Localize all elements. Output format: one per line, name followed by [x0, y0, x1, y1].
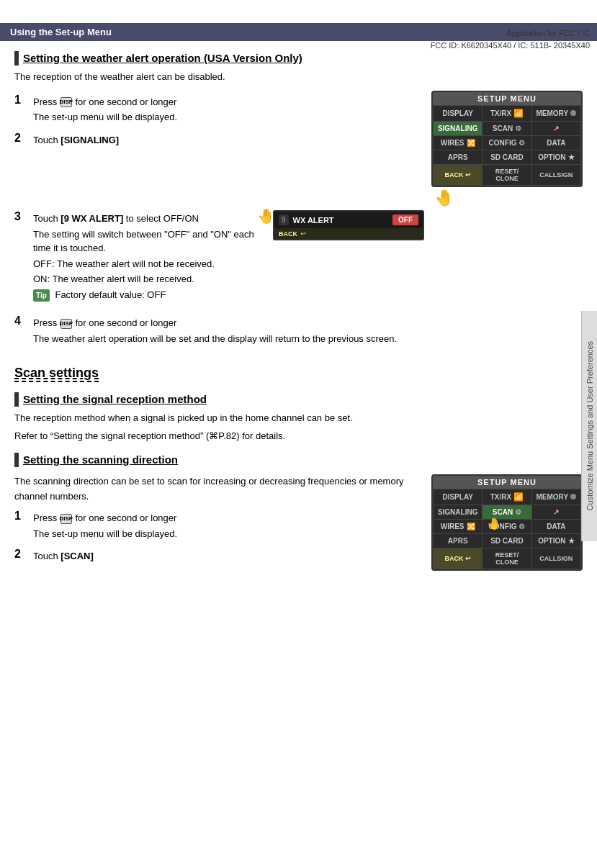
menu-aprs: APRS — [434, 150, 482, 164]
menu-empty-1: ↗ — [532, 122, 580, 135]
signal-text-2: Refer to “Setting the signal reception m… — [14, 429, 583, 444]
step-2: 2 Touch [SIGNALING] — [14, 132, 424, 149]
disp-icon-scan1: DISP — [60, 514, 72, 524]
step-3-text: 3 Touch [9 WX ALERT] to select OFF/ON Th… — [14, 204, 266, 309]
gear-icon-1: ⚙ — [515, 125, 521, 132]
menu-reset-clone-1: RESET/CLONE — [482, 165, 531, 185]
heading-bar — [14, 51, 19, 65]
weather-heading: Setting the weather alert operation (USA… — [14, 51, 583, 65]
gear-icon-scan: ⚙ — [515, 508, 521, 516]
menu-grid-2: DISPLAY TX/RX 📶 MEMORY SIGNALING SCAN ⚙ … — [433, 489, 581, 569]
wx-alert-image: 🤚 9 WX ALERT OFF BACK ↩ — [273, 204, 424, 240]
step-4: 4 Press DISP for one second or longer Th… — [14, 315, 424, 347]
disp-icon: DISP — [60, 97, 72, 107]
setup-menu-image-2: SETUP MENU DISPLAY TX/RX 📶 MEMORY SIGNAL… — [431, 474, 583, 571]
steps-1-2-container: 1 Press DISP for one second or longer Th… — [14, 88, 583, 353]
menu-memory: MEMORY — [532, 106, 580, 121]
menu-config: CONFIG ⚙ — [482, 136, 531, 150]
menu-back-2: BACK ↩ — [434, 548, 482, 569]
page-container: Application for FCC / IC FCC ID: K662034… — [0, 23, 597, 868]
step-3: 3 Touch [9 WX ALERT] to select OFF/ON Th… — [14, 210, 266, 303]
menu-wires-2: WIRES 🔀 — [434, 520, 482, 533]
menu-txrx: TX/RX 📶 — [482, 106, 531, 121]
menu-txrx-2: TX/RX 📶 — [482, 489, 531, 505]
menu-option-2: OPTION ★ — [532, 534, 580, 548]
wx-back-row: BACK ↩ — [274, 228, 423, 239]
wifi-icon-1: 📶 — [513, 109, 524, 118]
scan-intro: The scanning direction can be set to sca… — [14, 474, 424, 505]
scanning-direction-heading: Setting the scanning direction — [14, 453, 583, 467]
menu-callsign-2: CALLSIGN — [532, 548, 580, 569]
setup-menu-2: SETUP MENU DISPLAY TX/RX 📶 MEMORY SIGNAL… — [431, 474, 583, 571]
steps-text-side: 1 Press DISP for one second or longer Th… — [14, 88, 424, 353]
menu-data-2: DATA — [532, 520, 580, 533]
wifi-icon-2: 📶 — [513, 492, 524, 502]
menu-sdcard: SD CARD — [482, 150, 531, 164]
scan-settings-heading: Scan settings — [14, 366, 583, 382]
menu-grid-1: DISPLAY TX/RX 📶 MEMORY SIGNALING SCAN ⚙ … — [433, 105, 581, 186]
scan-step-1: 1 Press DISP for one second or longer Th… — [14, 510, 424, 542]
star-icon-2: ★ — [568, 537, 575, 545]
step-1: 1 Press DISP for one second or longer Th… — [14, 94, 424, 126]
arrow-icon-2: 🔀 — [467, 139, 475, 147]
wx-label: WX ALERT — [293, 216, 392, 225]
signal-text-1: The reception method when a signal is pi… — [14, 411, 583, 426]
setup-menu-1: SETUP MENU DISPLAY TX/RX 📶 MEMORY SIGNAL… — [431, 91, 583, 187]
arrow-icon-1: ↗ — [553, 125, 559, 132]
hand-icon-1: 🤚 — [434, 189, 454, 207]
dot-icon-2 — [570, 494, 576, 499]
scan-direction-container: The scanning direction can be set to sca… — [14, 471, 583, 571]
wx-back-arrow: ↩ — [300, 230, 306, 238]
menu-back-1: BACK ↩ — [434, 165, 482, 185]
hand-cursor-scan: 🤚 — [487, 517, 501, 530]
menu-option: OPTION ★ — [532, 150, 580, 164]
gear-icon-2: ⚙ — [519, 139, 525, 147]
weather-intro: The reception of the weather alert can b… — [14, 70, 583, 85]
menu-data: DATA — [532, 136, 580, 150]
arrow-icon-3: ↗ — [553, 508, 559, 516]
header-line2: FCC ID: K6620345X40 / IC: 511B- 20345X40 — [431, 40, 590, 52]
sidebar: Customize Menu Settings and User Prefere… — [581, 311, 597, 541]
header-line1: Application for FCC / IC — [431, 27, 590, 40]
menu-callsign-1: CALLSIGN — [532, 165, 580, 185]
star-icon-1: ★ — [568, 153, 575, 161]
gear-icon-3: ⚙ — [519, 523, 525, 530]
wx-alert-row: 9 WX ALERT OFF — [274, 212, 423, 228]
scan-step-2: 2 Touch [SCAN] — [14, 548, 424, 565]
setup-menu-title-1: SETUP MENU — [433, 92, 581, 105]
menu-display-2: DISPLAY — [434, 489, 482, 505]
setup-menu-title-2: SETUP MENU — [433, 476, 581, 489]
step-3-container: 3 Touch [9 WX ALERT] to select OFF/ON Th… — [14, 204, 424, 309]
wx-alert-bar: 9 WX ALERT OFF BACK ↩ — [273, 210, 424, 240]
disp-icon-4: DISP — [60, 319, 72, 329]
menu-signaling-2: SIGNALING — [434, 505, 482, 519]
menu-wires: WIRES 🔀 — [434, 136, 482, 150]
scan-direction-text: The scanning direction can be set to sca… — [14, 471, 424, 571]
menu-aprs-2: APRS — [434, 534, 482, 548]
setup-menu-image-1: SETUP MENU DISPLAY TX/RX 📶 MEMORY SIGNAL… — [431, 91, 583, 207]
menu-reset-clone-2: RESET/CLONE — [482, 548, 531, 569]
heading-bar-2 — [14, 392, 19, 407]
hand-wrap: 🤚 — [434, 189, 583, 207]
wx-off-badge: OFF — [392, 214, 418, 225]
arrow-icon-4: 🔀 — [467, 523, 475, 530]
menu-sdcard-2: SD CARD — [482, 534, 531, 548]
top-header: Application for FCC / IC FCC ID: K662034… — [431, 27, 590, 51]
menu-empty-2: ↗ — [532, 505, 580, 519]
signal-reception-heading: Setting the signal reception method — [14, 392, 583, 407]
menu-scan: SCAN ⚙ — [482, 122, 531, 135]
menu-signaling: SIGNALING — [434, 122, 482, 135]
menu-display: DISPLAY — [434, 106, 482, 121]
menu-memory-2: MEMORY — [532, 489, 580, 505]
menu-scan-2: SCAN ⚙ 🤚 — [482, 505, 531, 519]
heading-bar-3 — [14, 453, 19, 467]
wx-back-label: BACK — [279, 230, 297, 238]
dot-icon-1 — [570, 110, 576, 116]
wx-num: 9 — [279, 214, 289, 225]
tip-badge: Tip — [33, 289, 50, 302]
